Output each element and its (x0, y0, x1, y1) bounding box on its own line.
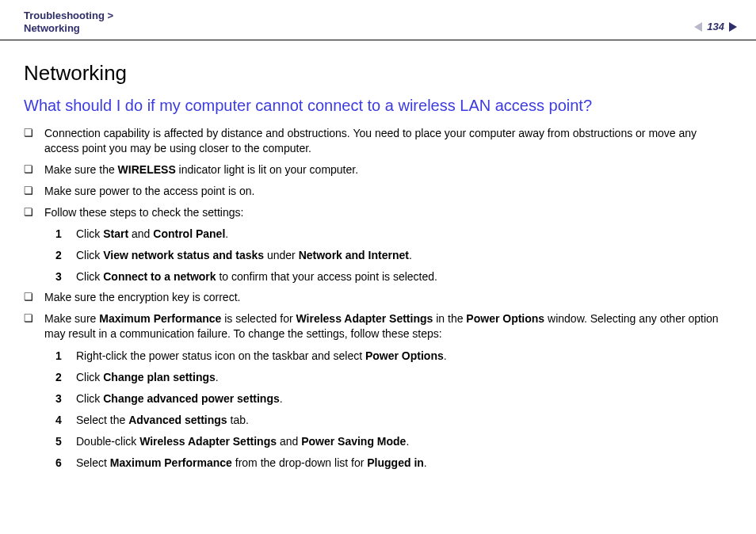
step-text: Right-click the power status icon on the… (76, 348, 447, 364)
step-text: Click View network status and tasks unde… (76, 247, 412, 264)
bullet-marker-icon: ❏ (24, 162, 33, 177)
bullet-marker-icon: ❏ (24, 205, 33, 219)
bullet-item: ❏ Follow these steps to check the settin… (24, 205, 732, 220)
numbered-step: 2 Click Change plan settings. (55, 369, 732, 386)
bullet-text: Follow these steps to check the settings… (44, 205, 243, 220)
bullet-marker-icon: ❏ (24, 184, 33, 198)
step-number: 4 (55, 412, 65, 429)
bullet-text: Connection capability is affected by dis… (44, 126, 732, 156)
numbered-step: 1 Click Start and Control Panel. (55, 226, 732, 242)
step-number: 2 (55, 247, 65, 264)
numbered-step: 4 Select the Advanced settings tab. (55, 412, 732, 429)
bullet-marker-icon: ❏ (24, 126, 33, 140)
step-text: Click Change plan settings. (76, 369, 219, 386)
bullet-item: ❏ Connection capability is affected by d… (24, 126, 732, 156)
prev-page-icon[interactable] (694, 22, 702, 32)
section-title: What should I do if my computer cannot c… (24, 97, 732, 115)
numbered-step: 5 Double-click Wireless Adapter Settings… (55, 433, 732, 450)
bullet-item: ❏ Make sure the WIRELESS indicator light… (24, 162, 732, 177)
next-page-icon[interactable] (729, 22, 737, 32)
step-text: Select the Advanced settings tab. (76, 412, 249, 429)
breadcrumb-top: Troubleshooting > (24, 10, 113, 22)
step-number: 2 (55, 369, 65, 386)
bullet-item: ❏ Make sure Maximum Performance is selec… (24, 311, 732, 341)
breadcrumb-bottom: Networking (24, 22, 113, 35)
step-text: Click Connect to a network to confirm th… (76, 269, 437, 285)
bullet-text: Make sure the encryption key is correct. (44, 290, 240, 305)
step-number: 1 (55, 348, 65, 364)
step-number: 1 (55, 226, 65, 242)
step-text: Select Maximum Performance from the drop… (76, 455, 427, 471)
numbered-step: 3 Click Change advanced power settings. (55, 391, 732, 407)
bullet-text: Make sure Maximum Performance is selecte… (44, 311, 732, 341)
step-number: 6 (55, 455, 65, 471)
step-number: 3 (55, 269, 65, 285)
bullet-text: Make sure power to the access point is o… (44, 184, 254, 199)
bullet-item: ❏ Make sure the encryption key is correc… (24, 290, 732, 305)
step-text: Double-click Wireless Adapter Settings a… (76, 433, 409, 450)
numbered-step: 3 Click Connect to a network to confirm … (55, 269, 732, 285)
bullet-item: ❏ Make sure power to the access point is… (24, 184, 732, 199)
bullet-marker-icon: ❏ (24, 311, 33, 326)
numbered-step: 6 Select Maximum Performance from the dr… (55, 455, 732, 471)
breadcrumb: Troubleshooting > Networking (24, 10, 113, 35)
numbered-step: 2 Click View network status and tasks un… (55, 247, 732, 264)
bullet-text: Make sure the WIRELESS indicator light i… (44, 162, 358, 177)
content: Networking What should I do if my comput… (0, 40, 756, 492)
pager: 134 (694, 21, 737, 32)
step-number: 3 (55, 391, 65, 407)
step-number: 5 (55, 433, 65, 450)
step-text: Click Change advanced power settings. (76, 391, 283, 407)
page-header: Troubleshooting > Networking 134 (0, 0, 756, 40)
page-number: 134 (707, 21, 724, 32)
bullet-marker-icon: ❏ (24, 290, 33, 304)
page-title: Networking (24, 61, 732, 86)
step-text: Click Start and Control Panel. (76, 226, 228, 242)
numbered-step: 1 Right-click the power status icon on t… (55, 348, 732, 364)
